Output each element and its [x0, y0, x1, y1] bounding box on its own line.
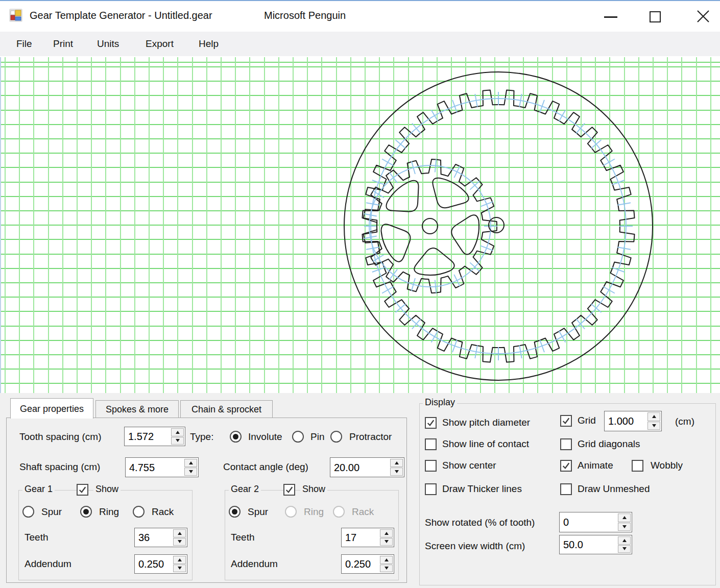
contact-angle-input[interactable]: 20.00 — [330, 457, 404, 477]
gear2-ring-radio[interactable] — [285, 506, 297, 518]
animate-label[interactable]: Animate — [578, 460, 613, 471]
type-involute-radio[interactable] — [230, 431, 242, 443]
window-title: Gear Template Generator - Untitled.gear — [30, 10, 212, 21]
menu-file[interactable]: File — [16, 38, 32, 50]
gear1-teeth-label: Teeth — [25, 532, 48, 543]
gear2-spur-radio[interactable] — [229, 506, 241, 518]
gear2-teeth-up-button[interactable] — [380, 529, 393, 537]
wobbly-checkbox[interactable] — [632, 460, 643, 472]
draw-thicker-lines-label[interactable]: Draw Thicker lines — [442, 483, 522, 495]
type-pin-label[interactable]: Pin — [310, 431, 324, 443]
draw-unmeshed-checkbox[interactable] — [560, 483, 572, 495]
grid-checkbox[interactable] — [560, 415, 572, 427]
drawing-canvas[interactable] — [0, 57, 720, 393]
draw-unmeshed-label[interactable]: Draw Unmeshed — [578, 483, 650, 495]
type-pin-radio[interactable] — [292, 431, 304, 443]
show-rotated-down-button[interactable] — [618, 523, 631, 531]
gear1-teeth-up-button[interactable] — [173, 529, 186, 537]
gear2-show-checkbox[interactable] — [283, 484, 295, 496]
up-arrow-icon — [178, 532, 182, 535]
down-arrow-icon — [385, 540, 389, 543]
menu-help[interactable]: Help — [199, 38, 219, 50]
grid-size-input[interactable]: 1.000 — [604, 411, 662, 431]
window-left-border — [0, 57, 1, 393]
show-center-label[interactable]: Show center — [442, 460, 496, 471]
gear2-rack-radio[interactable] — [333, 506, 345, 518]
down-arrow-icon — [395, 470, 399, 473]
contact-angle-label: Contact angle (deg) — [223, 461, 308, 473]
type-involute-label[interactable]: Involute — [248, 431, 282, 443]
close-button[interactable] — [690, 1, 717, 32]
gear2-addendum-down-button[interactable] — [380, 565, 393, 573]
screen-view-width-input[interactable]: 50.0 — [559, 535, 632, 554]
gear2-addendum-input[interactable]: 0.250 — [341, 554, 394, 574]
check-icon — [78, 485, 87, 495]
gear1-addendum-down-button[interactable] — [173, 565, 186, 573]
screen-view-width-up-button[interactable] — [618, 536, 631, 545]
minimize-button[interactable] — [597, 1, 624, 32]
animate-checkbox[interactable] — [560, 460, 572, 472]
gear1-rack-label[interactable]: Rack — [152, 506, 174, 518]
menu-units[interactable]: Units — [97, 38, 119, 50]
gear1-spur-radio[interactable] — [22, 506, 34, 518]
show-line-of-contact-label[interactable]: Show line of contact — [442, 438, 529, 450]
shaft-spacing-up-button[interactable] — [184, 459, 197, 467]
tab-gear-properties[interactable]: Gear properties — [10, 398, 93, 419]
contact-angle-down-button[interactable] — [390, 468, 403, 476]
gear1-ring-label[interactable]: Ring — [99, 506, 119, 518]
shaft-spacing-value: 4.755 — [129, 461, 155, 473]
type-protractor-radio[interactable] — [330, 431, 342, 443]
show-line-of-contact-checkbox[interactable] — [425, 438, 437, 450]
tooth-spacing-up-button[interactable] — [171, 428, 184, 436]
shaft-spacing-input[interactable]: 4.755 — [125, 457, 199, 477]
gear1-rack-radio[interactable] — [133, 506, 145, 518]
show-pitch-diameter-label[interactable]: Show pitch diameter — [442, 417, 530, 428]
gear2-teeth-down-button[interactable] — [380, 538, 393, 546]
gear1-show-checkbox[interactable] — [77, 484, 88, 496]
down-arrow-icon — [176, 439, 180, 442]
screen-view-width-value: 50.0 — [563, 539, 583, 551]
gear2-ring-label[interactable]: Ring — [304, 506, 324, 518]
menu-export[interactable]: Export — [146, 38, 174, 50]
gear1-spur-label[interactable]: Spur — [41, 506, 62, 518]
gear2-addendum-label: Addendum — [231, 558, 278, 570]
gear1-teeth-input[interactable]: 36 — [134, 528, 187, 547]
contact-angle-up-button[interactable] — [390, 459, 403, 467]
check-icon — [561, 461, 571, 471]
gear2-show-label: Show — [300, 484, 327, 495]
tooth-spacing-input[interactable]: 1.572 — [124, 427, 185, 446]
gear2-teeth-input[interactable]: 17 — [341, 528, 394, 547]
display-title: Display — [423, 397, 457, 408]
gear2-addendum-up-button[interactable] — [380, 556, 393, 564]
tab-chain-sprocket[interactable]: Chain & sprocket — [180, 400, 273, 418]
gear1-addendum-input[interactable]: 0.250 — [134, 554, 187, 574]
show-center-checkbox[interactable] — [425, 460, 437, 472]
grid-diagonals-label[interactable]: Grid diagonals — [578, 438, 640, 450]
up-arrow-icon — [652, 415, 656, 418]
type-protractor-label[interactable]: Protractor — [349, 431, 392, 443]
window-subtitle: Microsoft Penguin — [264, 10, 346, 21]
grid-size-down-button[interactable] — [647, 422, 660, 430]
screen-view-width-down-button[interactable] — [618, 545, 631, 553]
show-rotated-input[interactable]: 0 — [559, 512, 632, 532]
tab-spokes-more[interactable]: Spokes & more — [95, 400, 179, 418]
shaft-spacing-down-button[interactable] — [184, 468, 197, 476]
shaft-spacing-label: Shaft spacing (cm) — [19, 461, 100, 473]
tooth-spacing-value: 1.572 — [128, 431, 154, 443]
gear2-rack-label[interactable]: Rack — [352, 506, 374, 518]
grid-size-up-button[interactable] — [647, 412, 660, 421]
maximize-button[interactable] — [641, 1, 668, 32]
gear1-ring-radio[interactable] — [80, 506, 92, 518]
show-pitch-diameter-checkbox[interactable] — [425, 417, 437, 429]
gear1-addendum-up-button[interactable] — [173, 556, 186, 564]
gear1-teeth-down-button[interactable] — [173, 538, 186, 546]
tooth-spacing-down-button[interactable] — [171, 437, 184, 445]
gear2-spur-label[interactable]: Spur — [248, 506, 268, 518]
grid-label[interactable]: Grid — [578, 415, 596, 426]
show-rotated-up-button[interactable] — [618, 513, 631, 522]
wobbly-label[interactable]: Wobbly — [651, 460, 683, 471]
draw-thicker-lines-checkbox[interactable] — [425, 483, 437, 495]
gear1-show-label: Show — [93, 484, 121, 495]
grid-diagonals-checkbox[interactable] — [560, 438, 572, 450]
menu-print[interactable]: Print — [53, 38, 73, 50]
